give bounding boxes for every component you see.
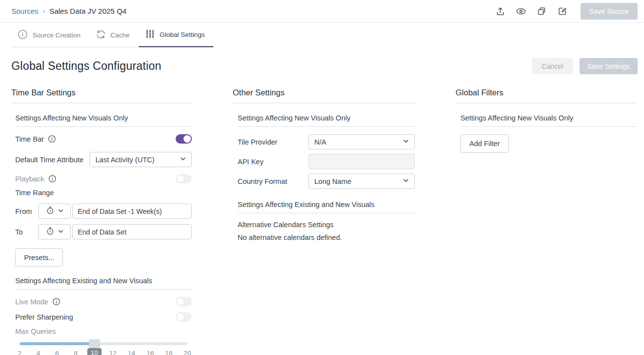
subsection-new-visuals: Settings Affecting New Visuals Only <box>460 114 637 127</box>
time-range-label: Time Range <box>15 189 54 197</box>
prefer-sharpening-label: Prefer Sharpening <box>15 313 73 321</box>
tile-provider-select[interactable]: N/A <box>308 134 415 149</box>
breadcrumb: Sources › Sales Data JV 2025 Q4 <box>11 7 126 15</box>
subsection-new-visuals: Settings Affecting New Visuals Only <box>15 114 192 127</box>
chevron-down-icon <box>402 138 409 146</box>
from-mode-select[interactable] <box>38 204 71 219</box>
refresh-icon <box>95 29 106 41</box>
duplicate-icon[interactable] <box>536 6 547 17</box>
country-format-label: Country Format <box>238 178 308 185</box>
live-mode-label: Live Mode <box>15 297 61 306</box>
page-title: Global Settings Configuration <box>11 59 161 73</box>
chevron-down-icon <box>58 228 64 237</box>
edit-icon[interactable] <box>557 6 568 17</box>
other-settings-column: Other Settings Settings Affecting New Vi… <box>233 88 415 355</box>
time-bar-toggle[interactable] <box>176 134 192 144</box>
tab-label: Source Creation <box>32 31 81 39</box>
tile-provider-label: Tile Provider <box>238 138 308 146</box>
prefer-sharpening-toggle[interactable] <box>176 312 192 322</box>
presets-button[interactable]: Presets... <box>15 248 63 266</box>
cancel-button[interactable]: Cancel <box>532 58 573 74</box>
breadcrumb-separator: › <box>43 7 45 15</box>
save-settings-button[interactable]: Save Settings <box>580 58 638 74</box>
alternative-calendars-title: Alternative Calendars Settings <box>238 221 415 229</box>
section-title-other: Other Settings <box>233 88 415 103</box>
top-bar: Sources › Sales Data JV 2025 Q4 Save Sou… <box>0 0 644 23</box>
playback-label: Playback <box>15 175 57 183</box>
slider-track[interactable] <box>20 342 187 345</box>
subsection-existing-visuals: Settings Affecting Existing and New Visu… <box>15 277 192 290</box>
tab-source-creation[interactable]: Source Creation <box>11 23 90 47</box>
tick-label: 14 <box>128 350 135 355</box>
global-filters-column: Global Filters Settings Affecting New Vi… <box>456 88 637 355</box>
stopwatch-icon <box>46 206 55 217</box>
tick-label: 18 <box>165 350 173 355</box>
time-bar-label: Time Bar <box>15 135 56 143</box>
info-icon[interactable] <box>52 297 61 306</box>
to-input[interactable]: End of Data Set <box>72 224 192 239</box>
from-input[interactable]: End of Data Set -1 Week(s) <box>72 204 192 219</box>
export-icon[interactable] <box>495 6 506 17</box>
section-title-time-bar: Time Bar Settings <box>11 88 192 103</box>
tab-bar: Source Creation Cache Global Settings <box>0 23 644 47</box>
breadcrumb-sources-link[interactable]: Sources <box>11 7 38 15</box>
slider-ticks: 2 4 6 8 10 12 14 16 18 20 <box>20 350 187 355</box>
info-icon[interactable] <box>48 175 57 183</box>
tab-label: Global Settings <box>160 31 205 38</box>
tick-label: 12 <box>109 350 117 355</box>
chevron-down-icon <box>402 177 409 185</box>
breadcrumb-current: Sales Data JV 2025 Q4 <box>49 7 126 15</box>
slider-handle[interactable] <box>89 339 100 348</box>
tab-label: Cache <box>111 31 130 39</box>
tick-label: 6 <box>55 350 59 355</box>
time-bar-settings-column: Time Bar Settings Settings Affecting New… <box>11 88 192 355</box>
add-filter-button[interactable]: Add Filter <box>460 134 509 153</box>
tick-label: 2 <box>18 350 22 355</box>
sliders-icon <box>145 29 155 41</box>
chevron-down-icon <box>180 155 186 164</box>
tick-label: 16 <box>147 350 154 355</box>
subsection-existing-visuals: Settings Affecting Existing and New Visu… <box>238 201 415 213</box>
api-key-input[interactable] <box>308 154 415 169</box>
default-time-attribute-label: Default Time Attribute <box>15 152 90 167</box>
country-format-select[interactable]: Long Name <box>308 174 415 189</box>
live-mode-toggle[interactable] <box>176 297 192 306</box>
max-queries-label: Max Queries <box>15 327 56 335</box>
tab-global-settings[interactable]: Global Settings <box>139 23 214 47</box>
chevron-down-icon <box>58 207 64 216</box>
from-label: From <box>15 207 38 215</box>
tick-label-active: 10 <box>87 348 101 355</box>
to-mode-select[interactable] <box>38 224 71 239</box>
info-circle-icon <box>17 29 28 41</box>
playback-toggle[interactable] <box>176 174 192 183</box>
max-queries-slider[interactable]: 2 4 6 8 10 12 14 16 18 20 <box>20 342 187 355</box>
tick-label: 20 <box>184 350 191 355</box>
stopwatch-icon <box>46 227 55 237</box>
tick-label: 4 <box>36 350 40 355</box>
info-icon[interactable] <box>48 135 56 143</box>
tab-cache[interactable]: Cache <box>90 23 139 47</box>
save-source-button[interactable]: Save Source <box>581 3 638 20</box>
slider-fill <box>20 342 94 345</box>
section-title-filters: Global Filters <box>456 88 637 103</box>
preview-eye-icon[interactable] <box>516 6 526 17</box>
alternative-calendars-empty-text: No alternative calendars defined. <box>238 234 415 241</box>
subsection-new-visuals: Settings Affecting New Visuals Only <box>238 114 415 127</box>
default-time-attribute-select[interactable]: Last Activity (UTC) <box>90 152 192 167</box>
tick-label: 8 <box>74 350 78 355</box>
to-label: To <box>15 228 38 236</box>
api-key-label: API Key <box>238 158 308 166</box>
